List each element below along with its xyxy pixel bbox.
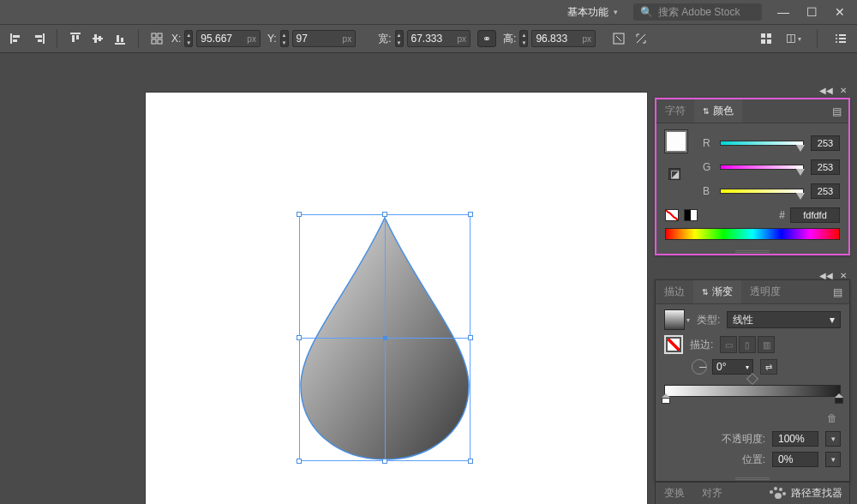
application-menubar: 基本功能 ▾ 🔍 搜索 Adobe Stock — ☐ ✕ [0, 0, 857, 24]
delete-stop-icon[interactable]: 🗑 [827, 412, 841, 426]
height-field[interactable]: 高: ▲▼ 96.833px [503, 30, 596, 47]
arrange-docs-icon[interactable]: ▾ [786, 31, 801, 46]
selection-bounding-box[interactable] [299, 214, 470, 461]
svg-rect-18 [158, 39, 162, 44]
tab-color[interactable]: ⇅颜色 [694, 99, 742, 123]
svg-rect-10 [94, 34, 97, 43]
location-value-field[interactable]: 0% [772, 452, 818, 467]
width-label: 宽: [378, 32, 391, 46]
svg-rect-14 [121, 38, 123, 42]
svg-rect-31 [839, 41, 846, 43]
collapse-panel-icon[interactable]: ◀◀ [819, 86, 833, 95]
bw-color-icon[interactable] [684, 209, 698, 221]
b-slider[interactable]: B 253 [703, 183, 840, 199]
align-left-icon[interactable] [9, 31, 24, 46]
handle-w[interactable] [297, 335, 302, 340]
close-panel-icon[interactable]: ✕ [840, 86, 847, 95]
gradient-angle-field[interactable]: 0°▾ [692, 359, 753, 375]
r-label: R [703, 137, 713, 149]
opacity-dropdown[interactable]: ▾ [825, 431, 841, 447]
stroke-across-icon[interactable]: ▥ [758, 336, 775, 353]
svg-rect-8 [76, 35, 79, 39]
tab-transform[interactable]: 变换 [656, 483, 693, 504]
workspace-switcher[interactable]: 基本功能 ▾ [559, 5, 626, 20]
stroke-swatch[interactable] [664, 335, 683, 354]
align-right-icon[interactable] [31, 31, 46, 46]
svg-rect-20 [761, 33, 765, 38]
svg-rect-17 [152, 39, 156, 44]
panel-gripper[interactable] [656, 476, 849, 481]
paw-icon [767, 485, 788, 502]
g-slider[interactable]: G 253 [703, 159, 840, 175]
tab-align[interactable]: 对齐 [693, 483, 731, 504]
panel-menu-icon[interactable]: ▤ [826, 286, 849, 298]
panel-gripper[interactable] [656, 249, 848, 254]
tab-character[interactable]: 字符 [656, 99, 694, 123]
tab-transparency[interactable]: 透明度 [741, 280, 789, 303]
hex-hash: # [779, 209, 785, 221]
stock-search-input[interactable]: 🔍 搜索 Adobe Stock [633, 3, 762, 21]
handle-se[interactable] [468, 459, 473, 464]
align-bottom-icon[interactable] [112, 31, 128, 46]
color-panel: 字符 ⇅颜色 ▤ ◪ R 253 G 253 B 253 # fdfdfd [655, 98, 850, 255]
color-mode-icon[interactable]: ◪ [668, 168, 680, 180]
chevron-down-icon: ▾ [830, 314, 835, 326]
r-slider[interactable]: R 253 [703, 135, 840, 151]
scale-strokes-icon[interactable] [633, 31, 649, 46]
tab-gradient[interactable]: ⇅渐变 [693, 280, 741, 303]
window-controls: — ☐ ✕ [777, 5, 845, 19]
link-dimensions-button[interactable]: ⚭ [477, 30, 496, 47]
location-dropdown[interactable]: ▾ [825, 452, 841, 467]
angle-dial-icon[interactable] [692, 359, 707, 375]
gradient-type-label: 类型: [697, 313, 720, 327]
handle-sw[interactable] [297, 459, 302, 464]
grid-toggle-icon[interactable] [758, 31, 774, 46]
list-menu-icon[interactable] [833, 31, 848, 46]
svg-rect-29 [839, 38, 846, 39]
gradient-stop-left[interactable] [662, 393, 670, 404]
none-color-icon[interactable] [665, 209, 679, 221]
gradient-stop-right[interactable] [835, 393, 843, 404]
tab-stroke[interactable]: 描边 [656, 280, 693, 303]
align-top-icon[interactable] [68, 31, 83, 46]
handle-ne[interactable] [468, 212, 473, 217]
handle-e[interactable] [468, 335, 473, 340]
minimize-button[interactable]: — [777, 5, 789, 19]
search-icon: 🔍 [640, 6, 653, 18]
svg-rect-27 [839, 34, 846, 36]
gradient-type-select[interactable]: 线性▾ [727, 311, 841, 328]
y-position-field[interactable]: Y: ▲▼ 97px [267, 30, 356, 47]
maximize-button[interactable]: ☐ [806, 5, 818, 19]
opacity-value-field[interactable]: 100% [772, 431, 818, 447]
spectrum-picker[interactable] [665, 228, 840, 240]
scale-corners-icon[interactable] [611, 31, 626, 46]
stroke-along-icon[interactable]: ▯ [739, 336, 756, 353]
gradient-ramp[interactable] [664, 385, 841, 397]
handle-s[interactable] [382, 459, 387, 464]
shape-builder-icon[interactable] [149, 31, 165, 46]
midpoint-diamond[interactable] [746, 373, 758, 385]
handle-nw[interactable] [297, 212, 302, 217]
x-position-field[interactable]: X: ▲▼ 95.667px [171, 30, 261, 47]
gradient-swatch[interactable]: ▾ [664, 309, 690, 330]
handle-n[interactable] [382, 212, 387, 217]
pathfinder-tabs: 变换 对齐 路径查找器 [655, 482, 850, 504]
close-button[interactable]: ✕ [835, 5, 845, 19]
b-value[interactable]: 253 [811, 183, 840, 199]
reverse-gradient-button[interactable]: ⇄ [760, 359, 777, 375]
svg-rect-3 [43, 33, 45, 44]
hex-value-field[interactable]: fdfdfd [790, 207, 840, 223]
panel-menu-icon[interactable]: ▤ [825, 105, 848, 117]
stroke-within-icon[interactable]: ▭ [720, 336, 737, 353]
g-value[interactable]: 253 [811, 159, 840, 175]
svg-rect-16 [158, 33, 162, 38]
svg-point-26 [836, 34, 837, 36]
r-value[interactable]: 253 [811, 135, 840, 151]
svg-rect-6 [70, 33, 81, 34]
svg-rect-9 [93, 38, 103, 39]
align-vcenter-icon[interactable] [90, 31, 105, 46]
width-field[interactable]: 宽: ▲▼ 67.333px [378, 30, 470, 47]
fill-color-swatch[interactable] [665, 130, 687, 153]
svg-rect-4 [35, 35, 42, 38]
svg-rect-21 [767, 33, 771, 38]
